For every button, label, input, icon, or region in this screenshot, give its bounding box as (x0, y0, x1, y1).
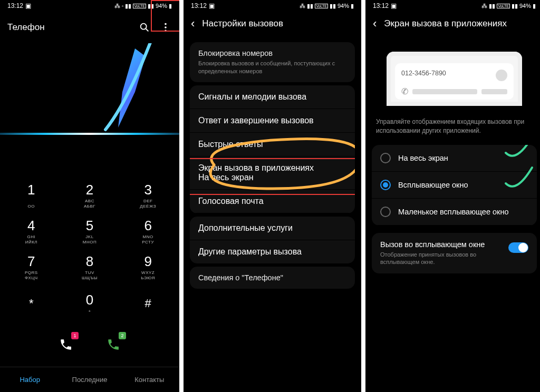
image-icon: ▣ (209, 2, 215, 9)
call-sim2-button[interactable]: 2 (102, 333, 125, 356)
svg-point-4 (165, 30, 167, 32)
clock: 13:12 (373, 2, 389, 9)
header-row: ‹ Настройки вызовов (184, 12, 361, 36)
clock: 13:12 (7, 2, 23, 9)
status-bar: 13:12 ▣ ⁂ ◦ ▮▮ VoLTE ▮▮ 94% ▮ (0, 0, 179, 12)
clock: 13:12 (191, 2, 207, 9)
item-answer-end[interactable]: Ответ и завершение вызовов (190, 109, 355, 133)
battery-text: 94% (338, 3, 349, 9)
item-call-display[interactable]: Экран вызова в приложениях На весь экран (190, 156, 355, 190)
bottom-tabs: Набор Последние Контакты (0, 367, 179, 392)
signal2-icon: ▮▮ (330, 3, 336, 9)
key-3[interactable]: 3DEFДЕЁЖЗ (119, 178, 177, 214)
bluetooth-icon: ⁂ (481, 3, 487, 9)
item-ringtones[interactable]: Сигналы и мелодии вызова (190, 85, 355, 109)
preview-number: 012-3456-7890 (401, 70, 446, 77)
key-hash[interactable]: # (119, 286, 177, 321)
key-0[interactable]: 0+ (61, 286, 119, 321)
volte-icon: VoLTE (133, 4, 146, 8)
signal-icon: ▮▮ (489, 3, 495, 9)
wifi-icon: ◦ (122, 3, 124, 9)
item-about-phone[interactable]: Сведения о "Телефоне" (190, 267, 355, 289)
status-bar: 13:12 ▣ ⁂ ▮▮ VoLTE ▮▮ 94% ▮ (184, 0, 361, 12)
toggle-popup-call[interactable]: Вызов во всплывающем окне Отображение пр… (372, 233, 537, 274)
key-1[interactable]: 1ОО (2, 178, 61, 214)
preview-illustration: 012-3456-7890 ✆ (387, 52, 522, 106)
call-sim1-button[interactable]: 1 (54, 333, 78, 356)
key-8[interactable]: 8TUVШЩЪЫ (61, 250, 119, 286)
key-star[interactable]: * (2, 286, 61, 321)
volte-icon: VoLTE (497, 4, 510, 8)
toggle-switch[interactable] (508, 242, 528, 253)
signal-icon: ▮▮ (307, 3, 313, 9)
item-voicemail[interactable]: Голосовая почта (190, 190, 355, 213)
battery-icon: ▮ (533, 3, 536, 9)
page-title: Настройки вызовов (202, 18, 283, 29)
svg-point-2 (165, 23, 167, 25)
key-4[interactable]: 4GHIИЙКЛ (2, 214, 61, 250)
radio-icon (380, 153, 391, 163)
page-title: Экран вызова в приложениях (384, 18, 507, 29)
radio-icon (380, 180, 391, 190)
signal2-icon: ▮▮ (512, 3, 518, 9)
image-icon: ▣ (391, 2, 397, 9)
sim1-badge: 1 (71, 332, 79, 339)
dialpad: 1ОО 2ABCАБВГ 3DEFДЕЁЖЗ 4GHIИЙКЛ 5JKLМНОП… (0, 174, 179, 321)
battery-icon: ▮ (169, 3, 172, 9)
key-6[interactable]: 6MNOРСТУ (119, 214, 177, 250)
radio-mini-popup[interactable]: Маленькое всплывающее окно (372, 199, 537, 226)
item-block-numbers[interactable]: Блокировка номеров Блокировка вызовов и … (190, 42, 355, 82)
volte-icon: VoLTE (315, 4, 328, 8)
phone-screen-dialer: 13:12 ▣ ⁂ ◦ ▮▮ VoLTE ▮▮ 94% ▮ Телефон 1О… (0, 0, 179, 392)
sim2-badge: 2 (119, 332, 126, 339)
key-2[interactable]: 2ABCАБВГ (61, 178, 119, 214)
header-row: ‹ Экран вызова в приложениях (365, 12, 540, 36)
key-9[interactable]: 9WXYZЬЭЮЯ (119, 250, 177, 286)
tab-contacts[interactable]: Контакты (120, 367, 179, 392)
app-title: Телефон (7, 22, 134, 33)
tab-recent[interactable]: Последние (60, 367, 119, 392)
item-supplementary[interactable]: Дополнительные услуги (190, 217, 355, 240)
more-menu-button[interactable] (155, 17, 176, 38)
item-quick-reply[interactable]: Быстрые ответы (190, 133, 355, 156)
key-7[interactable]: 7PQRSФХЦЧ (2, 250, 61, 286)
image-icon: ▣ (25, 2, 31, 9)
app-bar: Телефон (0, 12, 179, 43)
phone-screen-call-display: 13:12 ▣ ⁂ ▮▮ VoLTE ▮▮ 94% ▮ ‹ Экран вызо… (365, 0, 540, 392)
display-mode-radios: На весь экран Всплывающее окно Маленькое… (372, 145, 537, 226)
settings-list: Блокировка номеров Блокировка вызовов и … (184, 36, 361, 295)
description-text: Управляйте отображением входящих вызовов… (365, 115, 540, 142)
item-other-params[interactable]: Другие параметры вызова (190, 240, 355, 263)
svg-line-1 (146, 29, 149, 32)
battery-text: 94% (156, 3, 167, 9)
bluetooth-icon: ⁂ (114, 3, 120, 9)
radio-icon (380, 207, 391, 217)
preview-avatar-icon (496, 70, 507, 81)
radio-popup[interactable]: Всплывающее окно (372, 172, 537, 199)
phone-screen-call-settings: 13:12 ▣ ⁂ ▮▮ VoLTE ▮▮ 94% ▮ ‹ Настройки … (184, 0, 361, 392)
battery-text: 94% (519, 3, 531, 9)
back-button[interactable]: ‹ (373, 17, 377, 31)
signal2-icon: ▮▮ (148, 3, 154, 9)
group-2: Дополнительные услуги Другие параметры в… (190, 217, 355, 263)
radio-fullscreen[interactable]: На весь экран (372, 145, 537, 172)
bluetooth-icon: ⁂ (300, 3, 305, 9)
svg-point-0 (141, 24, 147, 30)
key-5[interactable]: 5JKLМНОП (61, 214, 119, 250)
group-1: Сигналы и мелодии вызова Ответ и заверше… (190, 85, 355, 213)
tab-dial[interactable]: Набор (0, 367, 60, 392)
wallpaper-area (0, 43, 179, 174)
call-buttons-row: 1 2 (0, 333, 179, 356)
status-bar: 13:12 ▣ ⁂ ▮▮ VoLTE ▮▮ 94% ▮ (365, 0, 540, 12)
signal-icon: ▮▮ (125, 3, 131, 9)
battery-icon: ▮ (351, 3, 354, 9)
search-button[interactable] (134, 17, 155, 38)
preview-phone-icon: ✆ (401, 86, 408, 96)
back-button[interactable]: ‹ (191, 17, 195, 31)
svg-point-3 (165, 26, 167, 28)
